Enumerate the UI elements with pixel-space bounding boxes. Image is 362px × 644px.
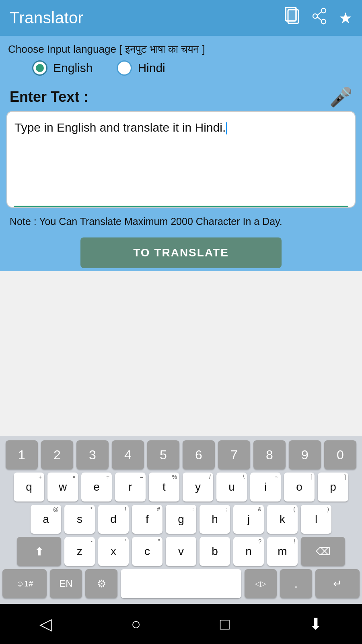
period-key[interactable]: . [280, 569, 312, 598]
settings-key[interactable]: ⚙ [85, 569, 117, 598]
key-b[interactable]: b [200, 537, 230, 566]
key-q[interactable]: +q [14, 473, 44, 502]
key-6[interactable]: 6 [183, 440, 215, 469]
key-z[interactable]: -z [64, 537, 95, 566]
svg-point-3 [321, 8, 326, 13]
key-m[interactable]: !m [267, 537, 298, 566]
svg-rect-2 [286, 7, 296, 21]
app-title: Translator [10, 9, 84, 27]
svg-point-5 [313, 14, 317, 18]
main-content: Choose Input language [ इनपुट भाषा का चय… [0, 36, 362, 436]
key-u[interactable]: \u [216, 473, 247, 502]
key-n[interactable]: ?n [233, 537, 264, 566]
bottom-keyboard-row: ☺1# EN ⚙ ◁▷ . ↵ [2, 569, 360, 598]
key-r[interactable]: =r [115, 473, 146, 502]
key-f[interactable]: #f [132, 505, 162, 534]
key-e[interactable]: ÷e [81, 473, 112, 502]
key-g[interactable]: :g [166, 505, 196, 534]
key-t[interactable]: %t [149, 473, 179, 502]
key-x[interactable]: 'x [98, 537, 129, 566]
keyboard: 1 2 3 4 5 6 7 8 9 0 +q ×w ÷e =r %t /y \u… [0, 436, 362, 604]
english-radio-option[interactable]: English [32, 60, 93, 76]
space-key[interactable] [121, 569, 241, 598]
svg-point-4 [321, 19, 326, 24]
shift-key[interactable]: ⬆ [17, 537, 61, 566]
header-icon-group: ★ [284, 7, 352, 29]
input-text: Type in English and translate it in Hind… [14, 121, 226, 134]
text-input[interactable]: Type in English and translate it in Hind… [14, 119, 348, 200]
key-5[interactable]: 5 [147, 440, 179, 469]
hindi-radio-option[interactable]: Hindi [117, 60, 165, 76]
mic-icon[interactable]: 🎤 [329, 86, 352, 108]
copy-icon[interactable] [284, 7, 300, 29]
emoji-key[interactable]: ☺1# [2, 569, 47, 598]
key-4[interactable]: 4 [112, 440, 144, 469]
key-3[interactable]: 3 [76, 440, 109, 469]
star-icon[interactable]: ★ [339, 9, 352, 27]
key-i[interactable]: ~i [250, 473, 281, 502]
home-button[interactable]: ○ [131, 615, 141, 633]
key-0[interactable]: 0 [324, 440, 356, 469]
key-7[interactable]: 7 [218, 440, 250, 469]
hindi-radio-circle[interactable] [117, 60, 132, 76]
key-p[interactable]: ]p [318, 473, 348, 502]
language-key[interactable]: EN [50, 569, 82, 598]
key-h[interactable]: ;h [200, 505, 230, 534]
note-text: Note : You Can Translate Maximum 2000 Ch… [0, 208, 362, 234]
key-l[interactable]: )l [301, 505, 331, 534]
text-input-container[interactable]: Type in English and translate it in Hind… [6, 111, 356, 208]
app-header: Translator ★ [0, 0, 362, 36]
navigation-bar: ◁ ○ □ ⬇ [0, 604, 362, 644]
english-radio-label: English [53, 61, 93, 75]
zxcv-row: ⬆ -z 'x "c v b ?n !m ⌫ [2, 537, 360, 566]
enter-text-label: Enter Text : [10, 89, 88, 105]
key-j[interactable]: &j [233, 505, 264, 534]
text-cursor [226, 122, 227, 134]
key-9[interactable]: 9 [289, 440, 321, 469]
download-button[interactable]: ⬇ [309, 615, 323, 633]
qwerty-row: +q ×w ÷e =r %t /y \u ~i [o ]p [2, 473, 360, 502]
enter-key[interactable]: ↵ [315, 569, 360, 598]
key-1[interactable]: 1 [6, 440, 38, 469]
key-s[interactable]: *s [64, 505, 95, 534]
key-a[interactable]: @a [31, 505, 61, 534]
language-selection-bar: Choose Input language [ इनपुट भाषा का चय… [0, 36, 362, 79]
key-d[interactable]: !d [98, 505, 129, 534]
radio-group: English Hindi [8, 60, 354, 76]
hindi-radio-label: Hindi [138, 61, 165, 75]
backspace-key[interactable]: ⌫ [301, 537, 345, 566]
key-c[interactable]: "c [132, 537, 162, 566]
key-y[interactable]: /y [183, 473, 213, 502]
back-button[interactable]: ◁ [39, 615, 52, 633]
key-2[interactable]: 2 [41, 440, 73, 469]
english-radio-circle[interactable] [32, 60, 47, 76]
key-8[interactable]: 8 [253, 440, 286, 469]
svg-line-6 [317, 12, 321, 15]
enter-text-row: Enter Text : 🎤 [0, 79, 362, 111]
svg-line-7 [317, 17, 321, 20]
left-right-arrow-key[interactable]: ◁▷ [245, 569, 277, 598]
output-area [0, 271, 362, 437]
language-selection-label: Choose Input language [ इनपुट भाषा का चय… [8, 43, 354, 56]
asdf-row: @a *s !d #f :g ;h &j (k )l [2, 505, 360, 534]
share-icon[interactable] [311, 7, 327, 29]
key-v[interactable]: v [166, 537, 196, 566]
translate-button[interactable]: TO TRANSLATE [80, 237, 282, 268]
number-row: 1 2 3 4 5 6 7 8 9 0 [2, 440, 360, 469]
recents-button[interactable]: □ [220, 615, 230, 633]
key-k[interactable]: (k [267, 505, 298, 534]
key-o[interactable]: [o [284, 473, 315, 502]
key-w[interactable]: ×w [47, 473, 78, 502]
